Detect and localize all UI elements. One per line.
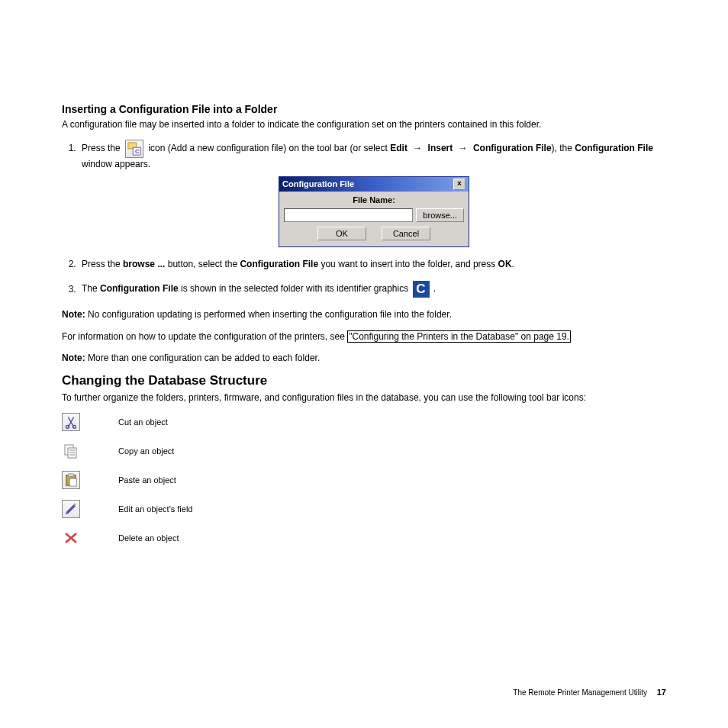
step2-text-d: . <box>512 259 514 269</box>
note2-label: Note: <box>62 353 85 363</box>
configuration-file-dialog: Configuration File × File Name: browse..… <box>279 176 469 247</box>
svg-point-3 <box>66 425 69 428</box>
svg-text:C: C <box>135 148 140 155</box>
paste-icon <box>62 471 80 489</box>
step1-insert: Insert <box>428 143 453 153</box>
step3-text-c: . <box>433 284 436 295</box>
table-row: Copy an object <box>62 442 666 460</box>
copy-description: Copy an object <box>118 446 174 456</box>
dialog-title: Configuration File <box>282 179 354 190</box>
file-name-input[interactable] <box>284 208 413 222</box>
step2-cfg: Configuration File <box>240 259 318 269</box>
copy-icon <box>62 442 80 460</box>
step1-cfgfile: Configuration File <box>473 143 552 153</box>
footer-text: The Remote Printer Management Utility <box>513 688 647 697</box>
file-name-label: File Name: <box>284 195 464 206</box>
table-row: Cut an object <box>62 413 666 431</box>
step2-text-b: button, select the <box>165 259 240 269</box>
step-1: Press the C icon (Add a new configuratio… <box>79 140 666 247</box>
arrow-icon: → <box>410 142 425 154</box>
svg-rect-11 <box>68 474 73 477</box>
changing-intro: To further organize the folders, printer… <box>62 391 666 404</box>
intro-paragraph: A configuration file may be inserted int… <box>62 118 666 130</box>
step3-text-a: The <box>82 284 100 295</box>
browse-button[interactable]: browse... <box>416 208 464 222</box>
info-paragraph: For information on how to update the con… <box>62 330 666 343</box>
delete-icon <box>62 529 80 547</box>
svg-point-4 <box>73 425 76 428</box>
step2-ok: OK <box>498 259 512 269</box>
table-row: Edit an object's field <box>62 500 666 518</box>
page-container: Inserting a Configuration File into a Fo… <box>0 0 728 728</box>
toolbar-icon-table: Cut an object Copy an object Paste an ob… <box>62 413 666 547</box>
step3-cfg: Configuration File <box>100 284 179 295</box>
cancel-button[interactable]: Cancel <box>382 227 430 240</box>
arrow-icon: → <box>456 142 471 154</box>
add-config-file-icon: C <box>125 140 143 158</box>
step2-browse: browse ... <box>123 259 165 269</box>
dialog-button-row: OK Cancel <box>284 227 464 242</box>
note1-text: No configuration updating is performed w… <box>85 309 452 320</box>
edit-icon <box>62 500 80 518</box>
step2-text-a: Press the <box>82 259 123 269</box>
dialog-titlebar: Configuration File × <box>279 177 469 192</box>
step-2: Press the browse ... button, select the … <box>79 258 666 270</box>
step2-text-c: you want to insert into the folder, and … <box>318 259 498 269</box>
info-text-a: For information on how to update the con… <box>62 331 347 342</box>
step1-cfgfile2: Configuration File <box>575 143 653 153</box>
note-2: Note: More than one configuration can be… <box>62 352 666 364</box>
edit-description: Edit an object's field <box>118 504 193 514</box>
close-icon[interactable]: × <box>453 179 465 190</box>
step1-edit: Edit <box>390 143 407 153</box>
note1-label: Note: <box>62 309 85 320</box>
table-row: Paste an object <box>62 471 666 489</box>
step1-text-b: icon (Add a new configuration file) on t… <box>148 143 390 153</box>
table-row: Delete an object <box>62 529 666 547</box>
delete-description: Delete an object <box>118 533 179 543</box>
steps-list: Press the C icon (Add a new configuratio… <box>62 140 666 298</box>
cut-icon <box>62 413 80 431</box>
c-identifier-icon: C <box>413 281 430 298</box>
cut-description: Cut an object <box>118 417 168 427</box>
note2-text: More than one configuration can be added… <box>85 353 321 363</box>
paste-description: Paste an object <box>118 475 176 485</box>
step3-text-b: is shown in the selected folder with its… <box>179 284 411 295</box>
step1-text-a: Press the <box>82 143 123 153</box>
step-3: The Configuration File is shown in the s… <box>79 281 666 298</box>
svg-rect-12 <box>69 478 76 486</box>
page-number: 17 <box>657 688 666 697</box>
ok-button[interactable]: OK <box>317 227 366 240</box>
page-footer: The Remote Printer Management Utility 17 <box>513 688 666 697</box>
dialog-input-row: browse... <box>284 208 464 222</box>
configuring-printers-link[interactable]: "Configuring the Printers in the Databas… <box>347 330 571 343</box>
step1-text-c: ), the <box>552 143 575 153</box>
heading-inserting-config: Inserting a Configuration File into a Fo… <box>62 103 666 115</box>
note-1: Note: No configuration updating is perfo… <box>62 308 666 321</box>
step1-text-d: window appears. <box>82 159 150 169</box>
dialog-body: File Name: browse... OK Cancel <box>279 192 469 246</box>
heading-changing-database: Changing the Database Structure <box>62 373 666 388</box>
